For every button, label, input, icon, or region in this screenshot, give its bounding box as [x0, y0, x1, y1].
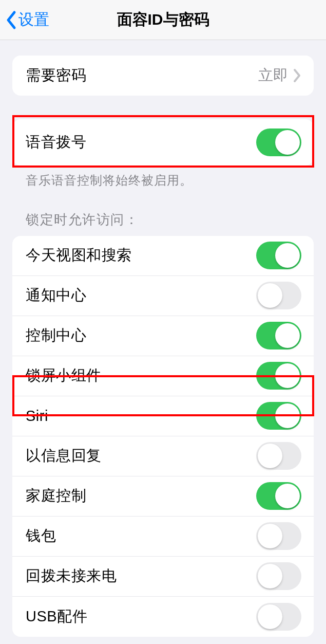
chevron-left-icon — [5, 10, 17, 30]
section-header-lock: 锁定时允许访问： — [0, 189, 326, 236]
content: 需要密码 立即 语音拨号 音乐语音控制将始终被启用。 锁定时允许访问： 今天视图… — [0, 56, 326, 644]
label: 以信息回复 — [26, 446, 102, 466]
row-lock-item: 家庭控制 — [12, 476, 314, 517]
group-passcode: 需要密码 立即 — [12, 56, 314, 96]
row-lock-item: USB配件 — [12, 597, 314, 637]
label: 钱包 — [26, 526, 56, 546]
back-button[interactable]: 设置 — [0, 9, 49, 30]
row-right: 立即 — [258, 65, 301, 86]
toggle-lock-item[interactable] — [256, 603, 301, 631]
toggle-lock-item[interactable] — [256, 442, 301, 470]
toggle-lock-item[interactable] — [256, 322, 301, 349]
footer-voice-dial: 音乐语音控制将始终被启用。 — [12, 165, 314, 189]
card: 语音拨号 — [12, 119, 314, 165]
row-lock-item: 回拨未接来电 — [12, 557, 314, 597]
toggle-lock-item[interactable] — [256, 282, 301, 309]
label: 今天视图和搜索 — [26, 245, 132, 266]
label: 家庭控制 — [26, 486, 86, 506]
back-label: 设置 — [18, 9, 49, 30]
row-lock-item: 以信息回复 — [12, 436, 314, 476]
toggle-lock-item[interactable] — [256, 562, 301, 590]
toggle-lock-item[interactable] — [256, 242, 301, 269]
footer-usb-note: iPhone锁定超过一小时后，需先解锁iPhone才能允许USB配件连接。 — [0, 637, 326, 644]
card: 需要密码 立即 — [12, 56, 314, 96]
toggle-voice-dial[interactable] — [256, 128, 301, 156]
row-lock-item: 锁屏小组件 — [12, 356, 314, 396]
card: 今天视图和搜索通知中心控制中心锁屏小组件Siri以信息回复家庭控制钱包回拨未接来… — [12, 236, 314, 637]
row-lock-item: 今天视图和搜索 — [12, 236, 314, 276]
label: 语音拨号 — [26, 132, 86, 153]
chevron-right-icon — [293, 68, 301, 83]
toggle-lock-item[interactable] — [256, 522, 301, 550]
row-lock-item: 钱包 — [12, 517, 314, 557]
toggle-lock-item[interactable] — [256, 362, 301, 390]
label: 锁屏小组件 — [26, 365, 102, 386]
toggle-lock-item[interactable] — [256, 402, 301, 430]
row-require-passcode[interactable]: 需要密码 立即 — [12, 56, 314, 96]
label: 回拨未接来电 — [26, 566, 117, 586]
row-lock-item: 通知中心 — [12, 276, 314, 316]
value: 立即 — [258, 65, 288, 86]
label: 需要密码 — [26, 65, 86, 86]
group-voice-dial: 语音拨号 音乐语音控制将始终被启用。 — [12, 119, 314, 189]
label: Siri — [26, 408, 48, 425]
nav-bar: 设置 面容ID与密码 — [0, 0, 326, 40]
label: 通知中心 — [26, 285, 86, 306]
label: USB配件 — [26, 606, 87, 627]
row-voice-dial: 语音拨号 — [12, 119, 314, 165]
group-lock-access: 今天视图和搜索通知中心控制中心锁屏小组件Siri以信息回复家庭控制钱包回拨未接来… — [12, 236, 314, 637]
toggle-lock-item[interactable] — [256, 482, 301, 510]
row-lock-item: Siri — [12, 396, 314, 436]
row-lock-item: 控制中心 — [12, 316, 314, 356]
label: 控制中心 — [26, 325, 86, 346]
